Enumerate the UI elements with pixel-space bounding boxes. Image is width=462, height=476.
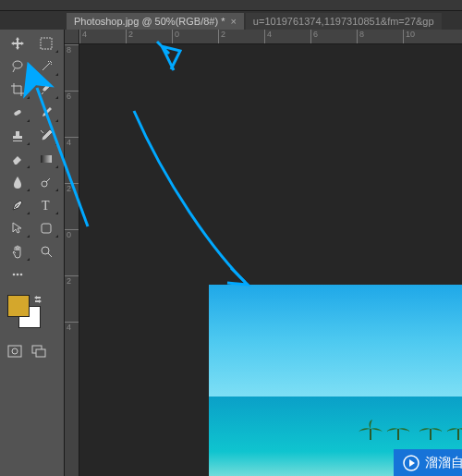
ruler-tick: 4 <box>79 30 126 43</box>
ruler-tick: 0 <box>172 30 218 43</box>
ruler-tick: 8 <box>65 44 79 91</box>
swap-colors-icon[interactable] <box>33 295 43 304</box>
document-image[interactable]: 溜溜自学 zixue.3d66.com <box>209 285 462 476</box>
play-icon <box>403 455 419 471</box>
image-palm <box>357 420 384 440</box>
svg-point-8 <box>13 273 16 275</box>
ruler-tick: 4 <box>65 322 79 368</box>
tab-label: u=1019761374,1197310851&fm=27&gp <box>253 16 434 27</box>
quick-mask-icon[interactable] <box>7 345 22 358</box>
svg-point-9 <box>17 273 19 275</box>
ruler-tick: 6 <box>310 30 357 43</box>
close-icon[interactable]: × <box>230 16 236 27</box>
canvas-area: 4 2 0 2 4 6 8 10 8 6 4 2 0 2 4 溜溜自学 <box>65 30 462 476</box>
ruler-horizontal[interactable]: 4 2 0 2 4 6 8 10 <box>79 30 462 44</box>
lasso-tool[interactable] <box>4 55 31 78</box>
screen-mode-icon[interactable] <box>31 345 46 358</box>
history-brush-tool[interactable] <box>32 124 60 147</box>
document-tabs: Photoshop.jpg @ 50%(RGB/8#) * × u=101976… <box>0 11 462 31</box>
color-swatches[interactable] <box>7 295 44 332</box>
document-tab-active[interactable]: Photoshop.jpg @ 50%(RGB/8#) * × <box>67 13 244 30</box>
move-tool[interactable] <box>4 31 31 55</box>
ruler-vertical[interactable]: 8 6 4 2 0 2 4 <box>65 44 79 476</box>
tool-panel: T <box>0 30 65 476</box>
svg-rect-0 <box>41 38 52 49</box>
svg-rect-3 <box>41 155 52 163</box>
stamp-tool[interactable] <box>4 124 31 147</box>
watermark-text: 溜溜自学 <box>425 455 462 471</box>
svg-point-7 <box>42 247 49 254</box>
zoom-tool[interactable] <box>32 239 60 262</box>
dodge-tool[interactable] <box>32 170 60 193</box>
image-sky <box>209 285 462 397</box>
shape-tool[interactable] <box>32 216 60 239</box>
type-tool[interactable]: T <box>32 193 60 216</box>
svg-rect-6 <box>42 224 51 233</box>
ruler-tick: 4 <box>264 30 310 43</box>
ruler-tick: 8 <box>357 30 403 43</box>
hand-tool[interactable] <box>4 239 31 262</box>
pen-tool[interactable] <box>4 193 31 216</box>
svg-rect-11 <box>8 346 21 357</box>
ruler-corner <box>65 30 79 44</box>
canvas-background[interactable]: 溜溜自学 zixue.3d66.com <box>79 44 462 476</box>
ruler-tick: 6 <box>65 91 79 137</box>
gradient-tool[interactable] <box>32 147 60 170</box>
foreground-color[interactable] <box>7 295 30 317</box>
svg-point-10 <box>20 273 23 275</box>
path-select-tool[interactable] <box>4 216 31 239</box>
marquee-tool[interactable] <box>32 31 60 55</box>
ruler-tick: 4 <box>65 137 79 183</box>
ruler-tick: 2 <box>218 30 264 43</box>
image-palm <box>384 420 412 440</box>
eraser-tool[interactable] <box>4 147 31 170</box>
crop-tool[interactable] <box>4 78 31 101</box>
blur-tool[interactable] <box>4 170 31 193</box>
ruler-tick: 10 <box>403 30 449 43</box>
svg-point-1 <box>13 61 22 68</box>
ruler-tick: 0 <box>65 229 79 275</box>
app-top-bar <box>0 0 462 11</box>
brush-tool[interactable] <box>32 101 60 124</box>
svg-text:T: T <box>42 199 50 213</box>
svg-rect-2 <box>14 109 22 116</box>
image-palm <box>444 420 462 440</box>
magic-wand-tool[interactable] <box>32 55 60 78</box>
image-palm <box>417 420 444 440</box>
document-tab-inactive[interactable]: u=1019761374,1197310851&fm=27&gp <box>246 13 442 30</box>
ruler-tick: 2 <box>65 275 79 322</box>
ruler-tick: 2 <box>126 30 172 43</box>
ruler-tick: 2 <box>65 183 79 229</box>
tab-label: Photoshop.jpg @ 50%(RGB/8#) * <box>74 16 225 27</box>
svg-rect-14 <box>36 349 45 357</box>
healing-tool[interactable] <box>4 101 31 124</box>
svg-point-12 <box>12 348 18 354</box>
watermark-badge: 溜溜自学 <box>394 449 462 476</box>
ellipsis-tool[interactable] <box>4 262 31 286</box>
eyedropper-tool[interactable] <box>32 78 60 101</box>
